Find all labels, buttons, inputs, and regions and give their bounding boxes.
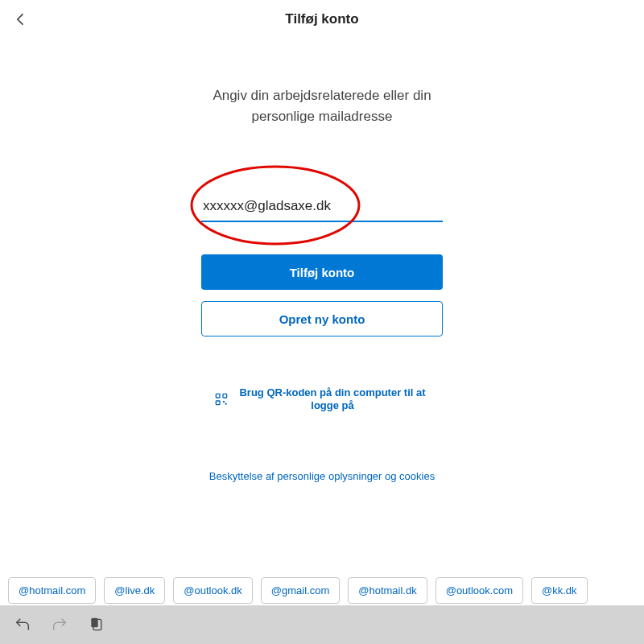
svg-rect-5 bbox=[225, 403, 227, 405]
privacy-link[interactable]: Beskyttelse af personlige oplysninger og… bbox=[0, 470, 644, 482]
domain-chip[interactable]: @outlook.com bbox=[436, 577, 523, 604]
keyboard-toolbar bbox=[0, 605, 644, 644]
page-title: Tilføj konto bbox=[285, 11, 358, 27]
email-domain-suggestions: @hotmail.com @live.dk @outlook.dk @gmail… bbox=[0, 577, 644, 604]
qr-code-icon bbox=[215, 393, 228, 406]
domain-chip[interactable]: @outlook.dk bbox=[173, 577, 252, 604]
instructions-line2: personlige mailadresse bbox=[0, 106, 644, 127]
chevron-left-icon bbox=[13, 11, 29, 27]
clipboard-button[interactable] bbox=[87, 615, 106, 634]
domain-chip[interactable]: @gmail.com bbox=[261, 577, 340, 604]
qr-login-text: Brug QR-koden på din computer til at log… bbox=[236, 386, 429, 412]
undo-button[interactable] bbox=[13, 615, 32, 634]
domain-chip[interactable]: @live.dk bbox=[104, 577, 165, 604]
domain-chip[interactable]: @kk.dk bbox=[531, 577, 588, 604]
redo-button[interactable] bbox=[50, 615, 69, 634]
header: Tilføj konto bbox=[0, 0, 644, 39]
svg-rect-4 bbox=[223, 401, 225, 402]
instructions-line1: Angiv din arbejdsrelaterede eller din bbox=[0, 85, 644, 106]
svg-rect-1 bbox=[216, 394, 220, 398]
clipboard-icon bbox=[89, 617, 105, 633]
domain-chip[interactable]: @hotmail.dk bbox=[348, 577, 427, 604]
email-input-zone bbox=[201, 195, 443, 222]
button-column: Tilføj konto Opret ny konto bbox=[201, 254, 443, 336]
svg-rect-7 bbox=[91, 618, 97, 628]
main-content: Angiv din arbejdsrelaterede eller din pe… bbox=[0, 85, 644, 482]
qr-login-link[interactable]: Brug QR-koden på din computer til at log… bbox=[0, 386, 644, 412]
undo-icon bbox=[14, 616, 31, 634]
redo-icon bbox=[51, 616, 68, 634]
domain-chip[interactable]: @hotmail.com bbox=[8, 577, 96, 604]
svg-rect-2 bbox=[223, 394, 227, 398]
instructions: Angiv din arbejdsrelaterede eller din pe… bbox=[0, 85, 644, 127]
email-input[interactable] bbox=[201, 195, 443, 222]
back-button[interactable] bbox=[11, 10, 31, 29]
add-account-button[interactable]: Tilføj konto bbox=[201, 254, 443, 290]
svg-rect-3 bbox=[216, 401, 220, 405]
create-account-button[interactable]: Opret ny konto bbox=[201, 301, 443, 336]
